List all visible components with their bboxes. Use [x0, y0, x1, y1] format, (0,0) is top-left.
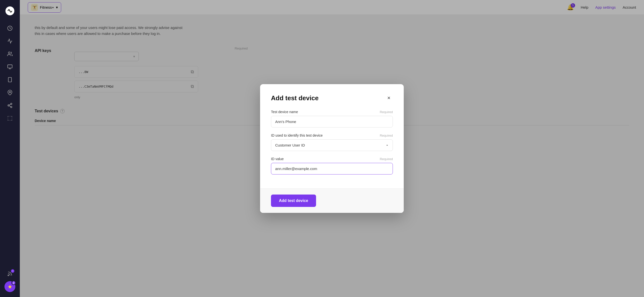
products-icon[interactable]	[4, 61, 15, 72]
location-icon[interactable]	[4, 87, 15, 98]
sidebar: • ⭐ 2	[0, 0, 20, 297]
id-value-label-row: ID value Required	[271, 157, 393, 161]
device-name-input[interactable]	[271, 116, 393, 127]
sidebar-bottom: • ⭐ 2	[4, 268, 15, 292]
avatar-count-badge: 2	[12, 281, 16, 285]
tablet-icon[interactable]	[4, 74, 15, 85]
svg-point-9	[11, 103, 12, 105]
svg-line-12	[9, 106, 11, 107]
modal-footer: Add test device	[260, 188, 404, 213]
id-type-group: ID used to identify this test device Req…	[271, 133, 393, 151]
id-type-label: ID used to identify this test device	[271, 133, 323, 137]
modal-title: Add test device	[271, 94, 318, 102]
id-type-select[interactable]: Customer User ID Device ID IDFA IDFV	[271, 139, 393, 151]
integrations-icon[interactable]	[4, 100, 15, 111]
svg-point-10	[8, 105, 10, 106]
flows-icon[interactable]	[4, 113, 15, 124]
add-test-device-modal: Add test device × Test device name Requi…	[260, 84, 404, 213]
analytics-icon[interactable]	[4, 36, 15, 46]
device-name-label-row: Test device name Required	[271, 110, 393, 114]
svg-point-2	[8, 52, 10, 54]
id-type-required: Required	[380, 134, 393, 137]
sidebar-logo	[4, 5, 16, 17]
svg-rect-3	[8, 65, 12, 68]
id-value-required: Required	[380, 157, 393, 161]
id-value-label: ID value	[271, 157, 284, 161]
svg-line-13	[9, 104, 11, 105]
feeds-icon[interactable]: •	[4, 268, 15, 279]
dashboard-icon[interactable]	[4, 23, 15, 34]
modal-close-button[interactable]: ×	[385, 94, 393, 102]
users-icon[interactable]	[4, 48, 15, 59]
device-name-required: Required	[380, 110, 393, 114]
svg-point-11	[11, 106, 12, 108]
add-test-device-button[interactable]: Add test device	[271, 195, 316, 207]
svg-point-14	[8, 275, 9, 276]
id-value-group: ID value Required	[271, 157, 393, 175]
feeds-notification-badge: •	[11, 269, 14, 273]
modal-header: Add test device ×	[271, 94, 393, 102]
device-name-label: Test device name	[271, 110, 298, 114]
svg-point-8	[9, 91, 11, 93]
main-content: 🏋 Fitness+ ▾ 🔔 5 Help App settings Accou…	[20, 0, 644, 297]
id-value-input[interactable]	[271, 163, 393, 175]
id-type-label-row: ID used to identify this test device Req…	[271, 133, 393, 137]
device-name-group: Test device name Required	[271, 110, 393, 127]
user-avatar-badge[interactable]: ⭐ 2	[4, 281, 15, 292]
modal-overlay: Add test device × Test device name Requi…	[20, 0, 644, 297]
modal-body: Add test device × Test device name Requi…	[260, 84, 404, 188]
